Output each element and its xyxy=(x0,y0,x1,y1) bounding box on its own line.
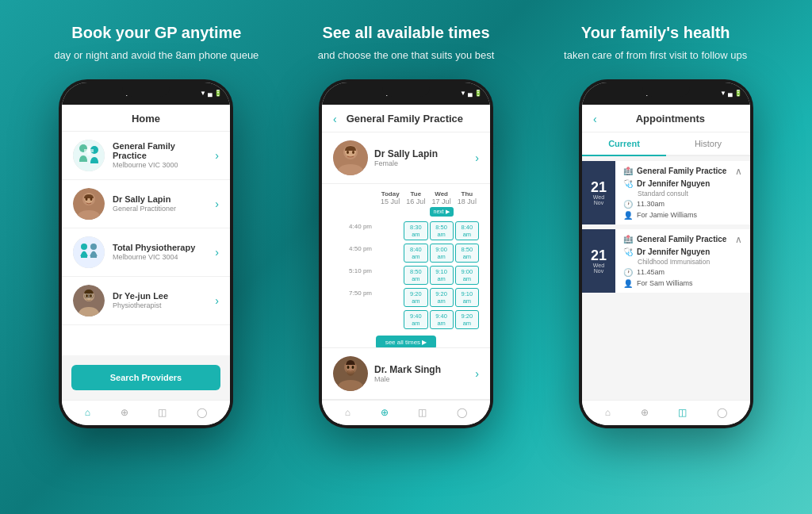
provider-name-yejun: Dr Ye-jun Lee xyxy=(113,291,207,301)
nav-home-icon-3[interactable]: ⌂ xyxy=(605,407,611,418)
nav-search-icon-3[interactable]: ⊕ xyxy=(641,407,649,418)
nav-person-icon-3[interactable]: ◯ xyxy=(717,407,727,418)
cal-col-tue: Tue 16 Jul xyxy=(404,190,427,217)
svg-point-8 xyxy=(86,198,88,201)
appt-date-box-1: 21 Wed Nov xyxy=(582,161,615,224)
appt-date-month-1: Nov xyxy=(594,200,603,205)
phone2-bottom-nav: ⌂ ⊕ ◫ ◯ xyxy=(322,400,490,425)
nav-person-icon[interactable]: ◯ xyxy=(197,407,207,418)
stethoscope-icon-2: 🩺 xyxy=(623,247,633,256)
provider-sub-yejun: Physiotherapist xyxy=(113,301,207,309)
nav-home-icon[interactable]: ⌂ xyxy=(85,407,90,418)
yejun-avatar xyxy=(73,285,105,316)
back-arrow-icon[interactable]: ‹ xyxy=(333,113,337,125)
appt-patient-1: For Jamie Williams xyxy=(637,211,697,219)
clock-icon-1: 🕐 xyxy=(623,200,633,209)
appointments-tabs: Current History xyxy=(582,132,750,156)
provider-name-physio: Total Physiotherapy xyxy=(113,243,207,252)
svg-point-28 xyxy=(347,151,349,154)
see-all-button[interactable]: see all times ▶ xyxy=(376,336,437,347)
nav-cal-icon[interactable]: ◫ xyxy=(158,407,167,418)
provider-item-yejun[interactable]: Dr Ye-jun Lee Physiotherapist › xyxy=(62,277,230,325)
appt-date-row-1: 21 Wed Nov 🏥 General Family Practice ∧ xyxy=(582,161,750,224)
provider-name-gfp: General Family Practice xyxy=(113,141,207,160)
appt-date-num-1: 21 xyxy=(591,180,607,194)
search-providers-button[interactable]: Search Providers xyxy=(71,365,220,390)
appt-reason-2: Childhood Immunisation xyxy=(638,258,742,266)
appt-practice-name-1: General Family Practice xyxy=(637,167,731,175)
appointments-list: 21 Wed Nov 🏥 General Family Practice ∧ xyxy=(582,156,750,400)
hospital-icon-2: 🏥 xyxy=(623,235,633,244)
svg-point-29 xyxy=(352,151,354,154)
chevron-sally: › xyxy=(215,198,219,210)
svg-point-33 xyxy=(347,366,350,369)
appt-practice-2: 🏥 General Family Practice ∧ xyxy=(623,234,742,245)
back-arrow-icon-3[interactable]: ‹ xyxy=(593,113,597,125)
phone-2: 12:30 ▼ ▄ 🔋 ‹ General Family Practice xyxy=(284,79,528,515)
doctor-card-mark[interactable]: Dr. Mark Singh Male › xyxy=(322,347,490,400)
nav-search-icon[interactable]: ⊕ xyxy=(121,407,128,418)
nav-cal-icon-2[interactable]: ◫ xyxy=(418,407,427,418)
doctor-card-sally[interactable]: Dr Sally Lapin Female › xyxy=(322,132,490,184)
physio-avatar xyxy=(73,236,105,268)
provider-sub-gfp: Melbourne VIC 3000 xyxy=(113,161,207,169)
hero-headline-3: Your family's health xyxy=(546,22,764,43)
appt-content-1: 🏥 General Family Practice ∧ 🩺 Dr Jennife… xyxy=(615,161,750,224)
person-icon-2: 👤 xyxy=(623,279,633,288)
collapse-icon-1[interactable]: ∧ xyxy=(735,166,742,177)
chevron-gfp: › xyxy=(215,149,219,162)
provider-item-gfp[interactable]: General Family Practice Melbourne VIC 30… xyxy=(62,132,230,180)
provider-item-physio[interactable]: Total Physiotherapy Melbourne VIC 3004 › xyxy=(62,228,230,277)
status-icons-1: ▼ ▄ 🔋 xyxy=(200,90,222,97)
doctor-name-sally: Dr Sally Lapin xyxy=(374,148,469,159)
appt-time-2: 11.45am xyxy=(637,268,665,276)
svg-point-10 xyxy=(73,236,105,268)
appt-doctor-2: 🩺 Dr Jennifer Nguyen xyxy=(623,247,742,256)
status-icons-2: ▼ ▄ 🔋 xyxy=(460,90,482,97)
appt-date-row-2: 21 Wed Nov 🏥 General Family Practice ∧ xyxy=(582,229,750,293)
svg-point-20 xyxy=(86,294,88,297)
gfp-avatar xyxy=(73,140,105,171)
appointment-2: 21 Wed Nov 🏥 General Family Practice ∧ xyxy=(582,229,750,293)
nav-search-icon-2[interactable]: ⊕ xyxy=(381,407,389,418)
provider-info-physio: Total Physiotherapy Melbourne VIC 3004 xyxy=(113,243,207,261)
calendar-section: Today 15 Jul Tue 16 Jul Wed 17 Jul next … xyxy=(322,184,490,347)
hero-headline-1: Book your GP anytime xyxy=(48,22,266,43)
appt-time-row-1: 🕐 11.30am xyxy=(623,200,742,209)
hospital-icon-1: 🏥 xyxy=(623,167,633,175)
appt-doctor-1: 🩺 Dr Jennifer Nguyen xyxy=(623,179,742,188)
hero-card-2: See all available times and choose the o… xyxy=(282,22,531,63)
appt-doctor-name-1: Dr Jennifer Nguyen xyxy=(637,179,710,188)
provider-info-sally: Dr Sally Lapin General Practitioner xyxy=(113,194,207,213)
sally-avatar xyxy=(73,188,105,220)
hero-card-1: Book your GP anytime day or night and av… xyxy=(32,22,282,63)
cal-col-today: Today 15 Jul xyxy=(378,190,402,217)
doctor-gender-sally: Female xyxy=(374,159,469,167)
stethoscope-icon-1: 🩺 xyxy=(623,179,633,188)
time-row-1: 4:40 pm 8:30 am 8:50 am 8:40 am xyxy=(333,221,479,240)
tab-history[interactable]: History xyxy=(666,132,750,155)
nav-person-icon-2[interactable]: ◯ xyxy=(457,407,467,418)
svg-point-34 xyxy=(352,366,354,369)
appt-reason-1: Standard consult xyxy=(638,190,742,198)
person-icon-1: 👤 xyxy=(623,211,633,220)
nav-home-icon-2[interactable]: ⌂ xyxy=(345,407,350,418)
tab-current[interactable]: Current xyxy=(582,132,666,156)
time-row-5: 9:40 am 9:40 am 9:20 am xyxy=(333,310,479,329)
status-icons-3: ▼ ▄ 🔋 xyxy=(720,90,742,97)
appt-practice-name-2: General Family Practice xyxy=(637,235,731,244)
provider-item-sally[interactable]: Dr Sally Lapin General Practitioner › xyxy=(62,180,230,228)
doctor-info-sally: Dr Sally Lapin Female xyxy=(374,148,469,167)
time-row-3: 5:10 pm 8:50 am 9:10 am 9:00 am xyxy=(333,266,479,285)
see-all-wrapper: see all times ▶ xyxy=(333,332,479,347)
next-badge: next ▶ xyxy=(430,207,454,217)
nav-cal-icon-3[interactable]: ◫ xyxy=(678,407,687,418)
svg-rect-4 xyxy=(84,149,94,152)
cal-col-wed: Wed 17 Jul next ▶ xyxy=(430,190,454,217)
phone1-header: Home xyxy=(62,105,230,132)
phone-3: 12:30 ▼ ▄ 🔋 ‹ Appointments Current Histo… xyxy=(544,79,788,515)
collapse-icon-2[interactable]: ∧ xyxy=(735,234,742,245)
appt-date-day-1: Wed xyxy=(593,194,604,200)
doctor-avatar-sally xyxy=(333,140,368,175)
svg-point-9 xyxy=(90,198,93,201)
